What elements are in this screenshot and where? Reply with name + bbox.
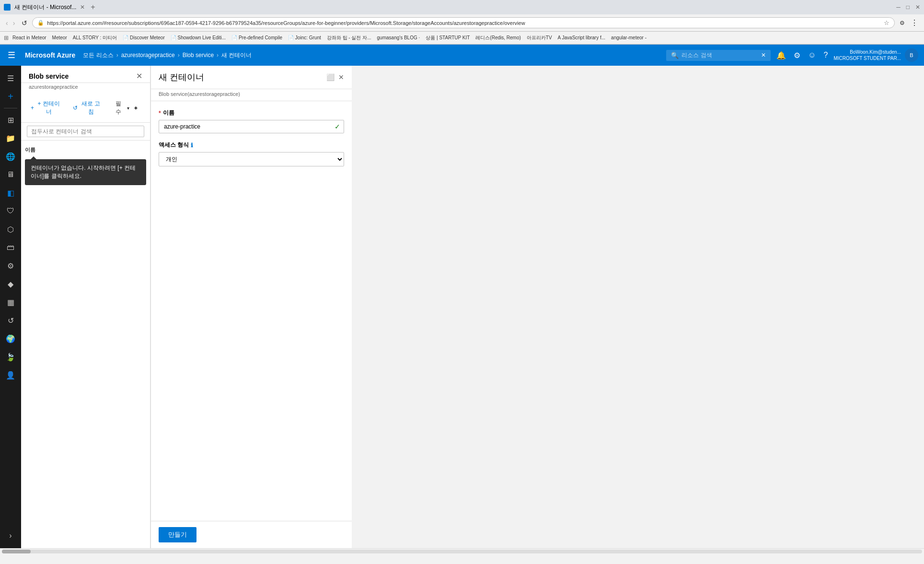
access-info-icon[interactable]: ℹ bbox=[191, 142, 193, 149]
blade-filter[interactable]: 필수 ▾ ✦ bbox=[110, 98, 144, 118]
access-type-select[interactable]: 개인 Blob 컨테이너 bbox=[159, 152, 344, 166]
azure-header: ☰ Microsoft Azure 모든 리소스 › azurestoragep… bbox=[0, 45, 924, 66]
access-label-text: 액세스 형식 bbox=[159, 141, 189, 149]
settings-icon[interactable]: ⚙ bbox=[792, 49, 802, 62]
modal-maximize-btn[interactable]: ⬜ bbox=[326, 73, 335, 81]
new-tab-btn[interactable]: + bbox=[91, 3, 95, 12]
container-name-input[interactable] bbox=[159, 120, 344, 133]
sidebar-divider-1 bbox=[4, 108, 17, 108]
notification-icon[interactable]: 🔔 bbox=[774, 49, 788, 62]
user-avatar[interactable]: B bbox=[905, 48, 918, 62]
portal-body: ☰ + ⊞ 📁 🌐 🖥 ◧ 🛡 ⬡ 🗃 ⚙ ◆ ▦ ↺ 🌍 🍃 👤 › Blob… bbox=[0, 66, 924, 548]
sidebar-icon-hamburger[interactable]: ☰ bbox=[2, 70, 19, 87]
name-input-wrapper: ✓ bbox=[159, 120, 344, 133]
bookmark-angular[interactable]: angular-meteor - bbox=[609, 35, 648, 41]
user-info: BoWoon.Kim@studen... MICROSOFT STUDENT P… bbox=[833, 49, 901, 61]
blade-close-btn[interactable]: ✕ bbox=[136, 71, 142, 81]
hamburger-menu-btn[interactable]: ☰ bbox=[6, 48, 17, 62]
sidebar-icon-resources[interactable]: 📁 bbox=[2, 129, 19, 147]
reload-btn[interactable]: ↺ bbox=[20, 17, 29, 29]
sidebar-icon-database[interactable]: 🗃 bbox=[2, 239, 19, 256]
sidebar-icon-create[interactable]: + bbox=[2, 88, 19, 105]
scrollbar-thumb[interactable] bbox=[2, 550, 31, 553]
add-container-btn[interactable]: + + 컨테이너 bbox=[27, 97, 65, 118]
browser-titlebar: 새 컨테이너 - Microsof... ✕ + ─ □ ✕ bbox=[0, 0, 924, 14]
breadcrumb-sep-2: › bbox=[178, 52, 180, 59]
sidebar-icon-app[interactable]: ⚙ bbox=[2, 257, 19, 274]
tab-close-btn[interactable]: ✕ bbox=[80, 4, 85, 11]
resource-search-bar[interactable]: 🔍 ✕ bbox=[666, 50, 771, 61]
add-container-label: + 컨테이너 bbox=[36, 100, 61, 116]
extensions-btn[interactable]: ⚙ bbox=[898, 16, 907, 29]
container-search-input[interactable] bbox=[27, 126, 144, 137]
help-icon[interactable]: ? bbox=[822, 49, 830, 61]
sidebar-icon-diamond[interactable]: ◆ bbox=[2, 275, 19, 293]
window-controls: ─ □ ✕ bbox=[896, 4, 920, 11]
bookmark-allstory[interactable]: ALL STORY : 미티어 bbox=[71, 34, 119, 42]
filter-arrow-icon: ▾ bbox=[127, 106, 129, 111]
sidebar-icon-server[interactable]: ▦ bbox=[2, 294, 19, 311]
breadcrumb-new-container[interactable]: 새 컨테이너 bbox=[221, 51, 252, 59]
feedback-icon[interactable]: ☺ bbox=[806, 49, 818, 61]
breadcrumb-sep-1: › bbox=[116, 52, 118, 59]
sidebar-icon-security[interactable]: 🛡 bbox=[2, 202, 19, 220]
name-column-header: 이름 bbox=[25, 144, 146, 155]
blade-toolbar: + + 컨테이너 ↺ 새로 고침 필수 ▾ ✦ bbox=[21, 94, 150, 123]
bookmark-tips[interactable]: 강좌와 팁 - 실전 자... bbox=[325, 34, 373, 42]
wand-icon[interactable]: ✦ bbox=[133, 105, 139, 112]
close-btn[interactable]: ✕ bbox=[915, 4, 920, 11]
refresh-btn[interactable]: ↺ 새로 고침 bbox=[69, 97, 106, 118]
sidebar-icon-expand[interactable]: › bbox=[2, 527, 19, 544]
maximize-btn[interactable]: □ bbox=[906, 4, 910, 11]
breadcrumb-storage[interactable]: azurestoragepractice bbox=[121, 52, 175, 59]
bookmark-meteor[interactable]: Meteor bbox=[50, 35, 69, 41]
name-required-star: * bbox=[159, 110, 161, 117]
apps-icon[interactable]: ⊞ bbox=[4, 35, 9, 41]
breadcrumb-blob[interactable]: Blob service bbox=[183, 52, 214, 59]
back-btn[interactable]: ‹ bbox=[4, 17, 10, 29]
bookmark-discover[interactable]: 📄 Discover Meteor bbox=[121, 35, 167, 41]
address-bar[interactable]: 🔒 https://portal.azure.com/#resource/sub… bbox=[32, 17, 895, 28]
user-org: MICROSOFT STUDENT PAR... bbox=[833, 55, 901, 61]
resource-search-input[interactable] bbox=[681, 52, 758, 59]
new-container-modal: 새 컨테이너 ⬜ ✕ Blob service(azurestorageprac… bbox=[150, 66, 352, 548]
address-text: https://portal.azure.com/#resource/subsc… bbox=[47, 20, 881, 26]
bookmark-showdown[interactable]: 📄 Showdown Live Editi... bbox=[169, 35, 228, 41]
sidebar-icon-person[interactable]: 👤 bbox=[2, 366, 19, 384]
scrollbar-track bbox=[2, 550, 922, 553]
search-clear-icon[interactable]: ✕ bbox=[761, 52, 766, 59]
bookmark-blog[interactable]: gumasang's BLOG · bbox=[375, 35, 422, 41]
user-name: BoWoon.Kim@studen... bbox=[833, 49, 901, 55]
sidebar-icon-network[interactable]: 🌐 bbox=[2, 148, 19, 165]
forward-btn[interactable]: › bbox=[11, 17, 17, 29]
bookmark-redis[interactable]: 레디스(Redis, Remo) bbox=[474, 34, 522, 42]
sidebar-icon-devops[interactable]: ⬡ bbox=[2, 221, 19, 238]
bookmark-joinc[interactable]: 📄 Joinc: Grunt bbox=[286, 35, 323, 41]
bookmark-predefined[interactable]: 📄 Pre-defined Compile bbox=[230, 35, 284, 41]
sidebar-icon-dashboard[interactable]: ⊞ bbox=[2, 111, 19, 129]
bookmark-africa[interactable]: 아프리카TV bbox=[525, 34, 554, 42]
modal-title: 새 컨테이너 bbox=[159, 71, 204, 83]
bookmark-startup[interactable]: 상품 | STARTUP KIT bbox=[424, 34, 472, 42]
breadcrumb-all-resources[interactable]: 모든 리소스 bbox=[83, 51, 113, 59]
bookmark-jslib[interactable]: A JavaScript library f... bbox=[556, 35, 607, 41]
plus-icon: + bbox=[31, 105, 34, 111]
blade-header: Blob service ✕ bbox=[21, 66, 150, 83]
menu-btn[interactable]: ⋮ bbox=[909, 16, 920, 29]
modal-close-btn[interactable]: ✕ bbox=[338, 73, 344, 81]
sidebar-icon-globe[interactable]: 🌍 bbox=[2, 330, 19, 347]
sidebar-icon-refresh[interactable]: ↺ bbox=[2, 312, 19, 329]
breadcrumb: 모든 리소스 › azurestoragepractice › Blob ser… bbox=[83, 51, 658, 59]
sidebar-icon-storage[interactable]: ◧ bbox=[2, 184, 19, 201]
minimize-btn[interactable]: ─ bbox=[896, 4, 901, 11]
name-label-text: 이름 bbox=[163, 109, 174, 117]
sidebar-icon-leaf[interactable]: 🍃 bbox=[2, 348, 19, 365]
create-btn[interactable]: 만들기 bbox=[159, 527, 196, 542]
modal-header: 새 컨테이너 ⬜ ✕ bbox=[151, 66, 352, 89]
name-label: * 이름 bbox=[159, 109, 344, 117]
blade-panel: Blob service ✕ azurestoragepractice + + … bbox=[21, 66, 150, 548]
sidebar-icon-monitor[interactable]: 🖥 bbox=[2, 166, 19, 183]
empty-tooltip: 컨테이너가 없습니다. 시작하려면 [+ 컨테이너]를 클릭하세요. bbox=[25, 159, 146, 185]
bookmark-star-icon[interactable]: ☆ bbox=[884, 19, 889, 26]
bookmark-react[interactable]: React in Meteor bbox=[11, 35, 48, 41]
